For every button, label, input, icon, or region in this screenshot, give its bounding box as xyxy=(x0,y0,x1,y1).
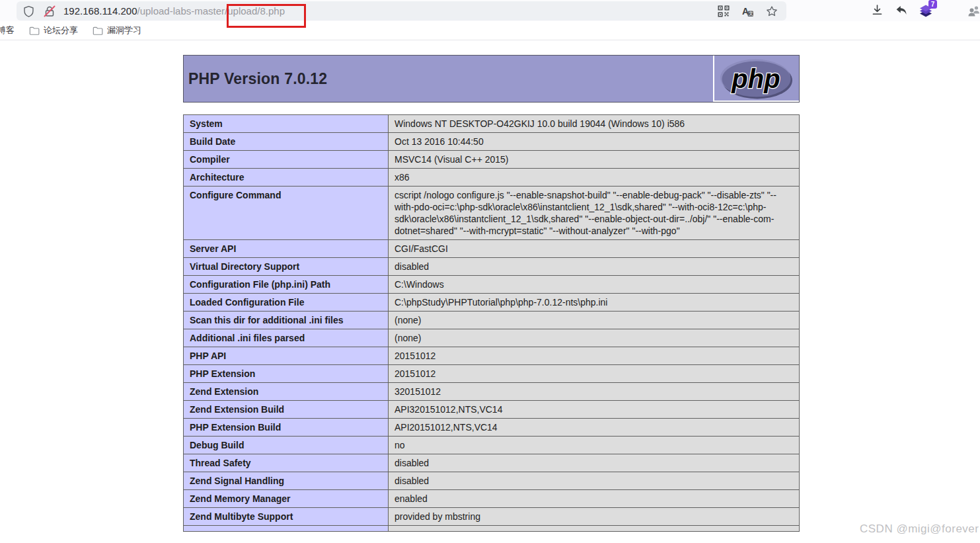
translate-icon[interactable]: A 文 xyxy=(741,5,754,18)
row-value: disabled xyxy=(389,454,800,472)
row-value: CGI/FastCGI xyxy=(389,240,800,258)
bookmark-label: 博客 xyxy=(0,24,15,36)
table-row: Debug Build no xyxy=(184,437,800,454)
table-row: Zend Extension 320151012 xyxy=(184,383,800,401)
row-value: provided by mbstring xyxy=(389,508,800,526)
bookmark-item-vuln[interactable]: 漏洞学习 xyxy=(93,24,141,36)
row-value: (none) xyxy=(389,312,800,329)
row-label: System xyxy=(184,115,389,133)
url-text[interactable]: 192.168.114.200/upload-labs-master/uploa… xyxy=(63,5,718,17)
row-label: Debug Build xyxy=(184,437,389,454)
table-row: System Windows NT DESKTOP-O42GKIJ 10.0 b… xyxy=(184,115,800,133)
row-label: Server API xyxy=(184,240,389,258)
row-value: API320151012,NTS,VC14 xyxy=(389,401,800,419)
favorite-star-icon[interactable] xyxy=(765,5,778,18)
table-row: Scan this dir for additional .ini files … xyxy=(184,312,800,329)
table-row: PHP API 20151012 xyxy=(184,347,800,365)
row-value: disabled xyxy=(389,472,800,490)
folder-icon xyxy=(93,26,103,36)
row-label: Loaded Configuration File xyxy=(184,294,389,312)
table-row: Thread Safety disabled xyxy=(184,454,800,472)
bookmark-label: 漏洞学习 xyxy=(107,24,141,36)
browser-toolbar: 192.168.114.200/upload-labs-master/uploa… xyxy=(0,0,980,21)
row-value: MSVC14 (Visual C++ 2015) xyxy=(389,151,800,169)
url-path[interactable]: /upload-labs-master/upload/8.php xyxy=(137,5,285,17)
bookmark-item-forum[interactable]: 论坛分享 xyxy=(29,24,78,36)
table-row: Zend Extension Build API320151012,NTS,VC… xyxy=(184,401,800,419)
table-row: Build Date Oct 13 2016 10:44:50 xyxy=(184,133,800,151)
row-value: Oct 13 2016 10:44:50 xyxy=(389,133,800,151)
qr-code-icon[interactable] xyxy=(718,5,730,17)
row-value: enabled xyxy=(389,490,800,508)
table-row: PHP Extension 20151012 xyxy=(184,365,800,383)
table-row: Loaded Configuration File C:\phpStudy\PH… xyxy=(184,294,800,312)
profile-people-icon[interactable] xyxy=(967,5,980,17)
row-label: PHP API xyxy=(184,347,389,365)
row-label: Additional .ini files parsed xyxy=(184,329,389,347)
table-row: Zend Signal Handling disabled xyxy=(184,472,800,490)
table-row: Zend Multibyte Support provided by mbstr… xyxy=(184,508,800,526)
bookmark-item-blog[interactable]: 博客 xyxy=(0,24,15,36)
row-value: 320151012 xyxy=(389,383,800,401)
row-label: Zend Extension xyxy=(184,383,389,401)
bookmarks-bar: 博客 论坛分享 漏洞学习 xyxy=(0,21,980,40)
download-icon[interactable] xyxy=(870,3,884,17)
row-label: Thread Safety xyxy=(184,454,389,472)
row-value: disabled xyxy=(389,258,800,276)
folder-icon xyxy=(29,26,40,36)
page-title: PHP Version 7.0.12 xyxy=(184,70,327,88)
row-label: Zend Memory Manager xyxy=(184,490,389,508)
row-label: Virtual Directory Support xyxy=(184,258,389,276)
browser-viewport: PHP Version 7.0.12 php System Windows NT… xyxy=(0,41,980,543)
row-value: x86 xyxy=(389,169,800,187)
table-row: Configuration File (php.ini) Path C:\Win… xyxy=(184,276,800,294)
collections-icon[interactable]: 7 xyxy=(917,1,936,20)
row-value: 20151012 xyxy=(389,365,800,383)
collections-badge: 7 xyxy=(928,0,937,9)
php-logo: php xyxy=(713,56,799,102)
row-label: Configuration File (php.ini) Path xyxy=(184,276,389,294)
table-row: Virtual Directory Support disabled xyxy=(184,258,800,276)
url-host[interactable]: 192.168.114.200 xyxy=(63,5,137,17)
watermark: CSDN @migi@forever xyxy=(860,522,979,536)
info-table-body: System Windows NT DESKTOP-O42GKIJ 10.0 b… xyxy=(184,115,800,532)
shield-icon[interactable] xyxy=(22,5,35,18)
row-label: PHP Extension Build xyxy=(184,419,389,437)
address-bar[interactable]: 192.168.114.200/upload-labs-master/uploa… xyxy=(17,1,786,21)
row-label: Compiler xyxy=(184,151,389,169)
row-value: 20151012 xyxy=(389,347,800,365)
row-label: Architecture xyxy=(184,169,389,187)
row-label: PHP Extension xyxy=(184,365,389,383)
table-row: Zend Memory Manager enabled xyxy=(184,490,800,508)
row-label: Scan this dir for additional .ini files xyxy=(184,312,389,329)
bookmark-label: 论坛分享 xyxy=(44,24,78,36)
row-value: Windows NT DESKTOP-O42GKIJ 10.0 build 19… xyxy=(389,115,800,133)
row-label: Zend Extension Build xyxy=(184,401,389,419)
table-row: Configure Command cscript /nologo config… xyxy=(184,187,800,240)
table-row-partial xyxy=(184,526,800,532)
row-value: (none) xyxy=(389,329,800,347)
svg-text:文: 文 xyxy=(749,11,753,16)
table-row: PHP Extension Build API20151012,NTS,VC14 xyxy=(184,419,800,437)
phpinfo-header: PHP Version 7.0.12 php xyxy=(183,55,800,103)
row-label: Configure Command xyxy=(184,187,389,240)
row-value: no xyxy=(389,437,800,454)
table-row: Server API CGI/FastCGI xyxy=(184,240,800,258)
row-value: API20151012,NTS,VC14 xyxy=(389,419,800,437)
row-value: C:\Windows xyxy=(389,276,800,294)
php-logo-text: php xyxy=(731,64,780,93)
undo-arrow-icon[interactable] xyxy=(895,3,909,17)
row-value: cscript /nologo configure.js "--enable-s… xyxy=(389,187,800,240)
row-label: Zend Signal Handling xyxy=(184,472,389,490)
table-row: Additional .ini files parsed (none) xyxy=(184,329,800,347)
table-row: Compiler MSVC14 (Visual C++ 2015) xyxy=(184,151,800,169)
php-info-table: System Windows NT DESKTOP-O42GKIJ 10.0 b… xyxy=(183,114,800,532)
row-value: C:\phpStudy\PHPTutorial\php\php-7.0.12-n… xyxy=(389,294,800,312)
row-label: Build Date xyxy=(184,133,389,151)
table-row: Architecture x86 xyxy=(184,169,800,187)
insecure-lock-icon[interactable] xyxy=(43,5,56,18)
row-label: Zend Multibyte Support xyxy=(184,508,389,526)
